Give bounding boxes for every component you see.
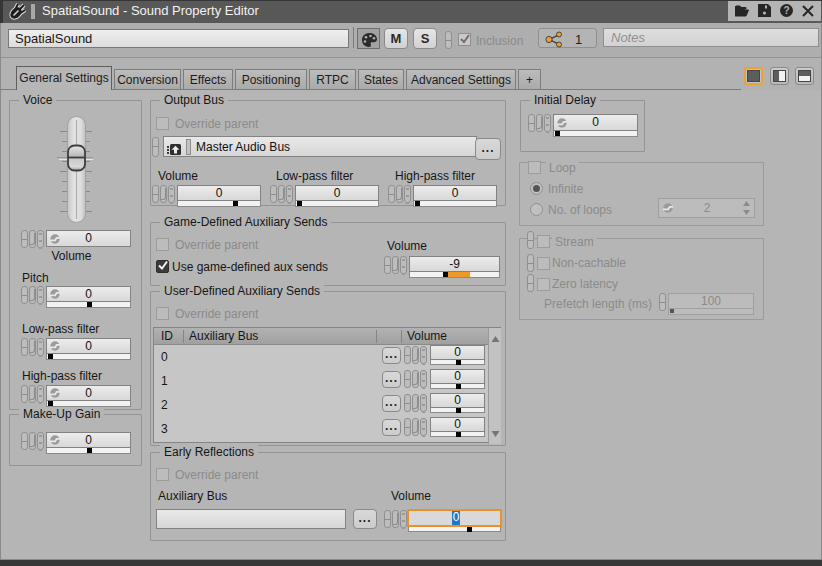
svg-text:?: ?	[783, 5, 789, 16]
